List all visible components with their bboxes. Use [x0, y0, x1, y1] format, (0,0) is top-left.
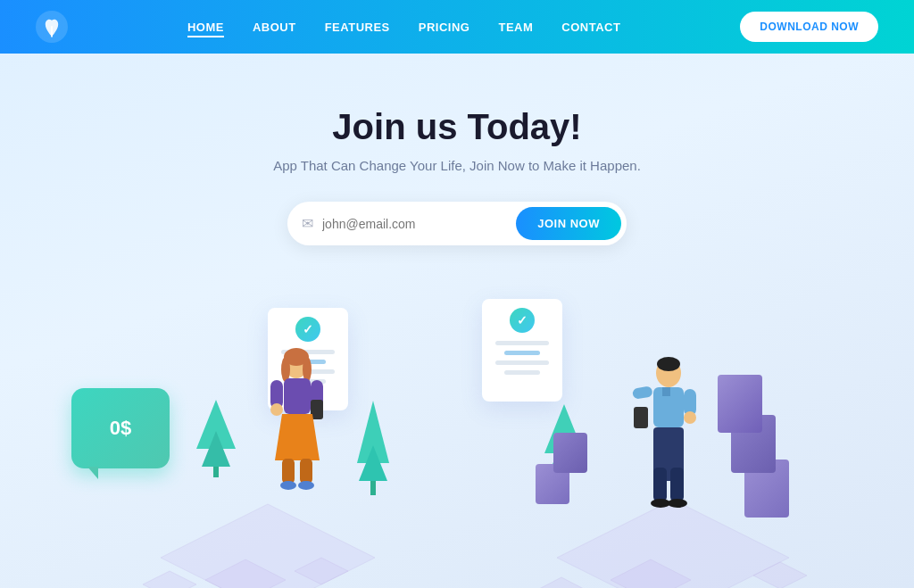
cube-right-3 — [718, 375, 762, 433]
checkmark-left: ✓ — [295, 317, 320, 342]
nav-menu: HOME ABOUT FEATURES PRICING TEAM CONTACT — [187, 19, 620, 35]
email-form: ✉ JOIN NOW — [287, 202, 627, 245]
svg-rect-13 — [284, 378, 311, 414]
logo[interactable] — [36, 11, 68, 43]
svg-point-12 — [303, 357, 312, 382]
svg-rect-28 — [632, 385, 653, 400]
email-input[interactable] — [322, 217, 516, 231]
svg-point-36 — [651, 499, 670, 508]
svg-rect-20 — [282, 459, 295, 484]
nav-link-pricing[interactable]: PRICING — [419, 21, 470, 34]
tree-left-1 — [196, 400, 236, 477]
doc-line — [495, 360, 549, 365]
svg-point-11 — [281, 357, 290, 382]
nav-link-about[interactable]: ABOUT — [253, 21, 296, 34]
nav-item-contact[interactable]: CONTACT — [561, 19, 620, 35]
price-badge: 0$ — [71, 388, 170, 468]
price-text: 0$ — [110, 417, 131, 440]
nav-item-home[interactable]: HOME — [187, 19, 224, 35]
nav-link-features[interactable]: FEATURES — [325, 21, 390, 34]
svg-point-32 — [684, 411, 696, 424]
svg-rect-31 — [634, 407, 648, 428]
navbar: HOME ABOUT FEATURES PRICING TEAM CONTACT… — [0, 0, 914, 54]
illustration-area: 0$ ✓ ✓ — [0, 281, 914, 588]
nav-item-features[interactable]: FEATURES — [325, 19, 390, 35]
svg-marker-3 — [143, 571, 196, 588]
svg-point-37 — [668, 499, 687, 508]
svg-rect-34 — [653, 468, 667, 501]
figure-man — [628, 353, 709, 522]
svg-rect-27 — [662, 387, 670, 396]
nav-item-about[interactable]: ABOUT — [253, 19, 296, 35]
doc-line — [495, 341, 549, 345]
svg-rect-21 — [300, 459, 312, 484]
hero-section: Join us Today! App That Can Change Your … — [0, 54, 914, 281]
document-card-right: ✓ — [482, 299, 562, 402]
svg-point-23 — [298, 481, 314, 490]
doc-line — [504, 370, 540, 375]
tree-left-2 — [357, 401, 389, 495]
nav-link-team[interactable]: TEAM — [498, 21, 533, 34]
svg-point-25 — [657, 357, 680, 371]
nav-item-pricing[interactable]: PRICING — [419, 19, 470, 35]
hero-title: Join us Today! — [332, 107, 581, 147]
email-icon: ✉ — [302, 215, 313, 232]
checkmark-right: ✓ — [510, 308, 535, 333]
join-button[interactable]: JOIN NOW — [516, 207, 621, 240]
svg-rect-35 — [670, 468, 684, 501]
figure-woman — [259, 344, 335, 504]
cube-left-2 — [553, 433, 587, 473]
nav-link-home[interactable]: HOME — [187, 21, 224, 37]
nav-item-team[interactable]: TEAM — [498, 19, 533, 35]
svg-marker-8 — [539, 577, 584, 588]
svg-marker-19 — [275, 414, 320, 460]
nav-link-contact[interactable]: CONTACT — [561, 21, 620, 34]
hero-subtitle: App That Can Change Your Life, Join Now … — [273, 158, 641, 173]
svg-point-16 — [270, 403, 283, 416]
download-button[interactable]: DOWNLOAD NOW — [740, 12, 878, 42]
svg-point-22 — [280, 481, 296, 490]
doc-line — [504, 351, 540, 355]
